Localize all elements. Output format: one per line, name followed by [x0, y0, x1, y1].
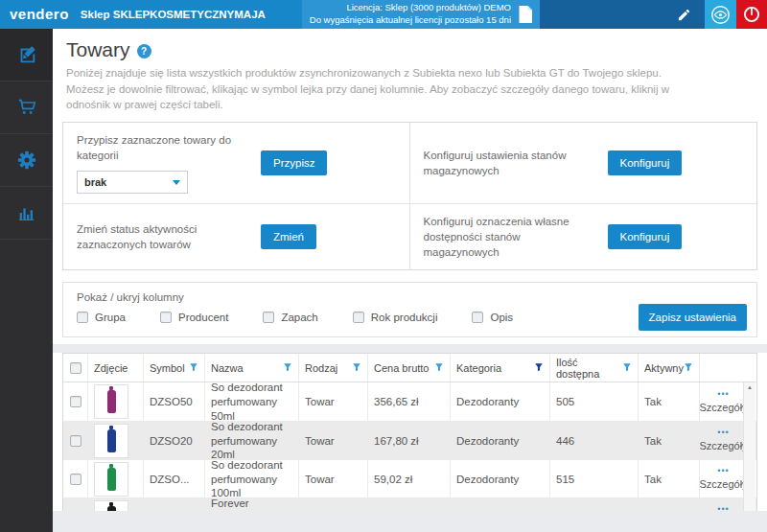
stock-settings-label: Konfiguruj ustawienia stanów magazynowyc… — [424, 148, 594, 178]
cell-category: Dezodoranty — [451, 422, 550, 459]
row-checkbox[interactable] — [70, 396, 81, 407]
column-toggle-grupa[interactable]: Grupa — [77, 312, 126, 323]
checkbox-grupa[interactable] — [77, 312, 88, 323]
header-rodzaj: Rodzaj — [299, 354, 368, 382]
filter-funnel-icon[interactable] — [283, 362, 292, 374]
checkbox-opis[interactable] — [472, 312, 483, 323]
checkbox-producent[interactable] — [160, 312, 172, 323]
header-cena-brutto: Cena brutto — [368, 354, 451, 382]
assign-button[interactable]: Przypisz — [261, 150, 327, 175]
table-row: DZSO50 So dezodorant perfumowany 50ml To… — [63, 382, 756, 421]
checkbox-label: Producent — [178, 312, 228, 323]
header-actions — [700, 354, 756, 382]
document-icon[interactable] — [518, 6, 532, 23]
checkbox-zapach[interactable] — [263, 312, 274, 323]
cell-name: So dezodorant perfumowany 50ml — [205, 382, 299, 421]
vendero-logo[interactable]: vendero — [0, 0, 81, 29]
gear-icon — [16, 150, 37, 171]
sidebar-item-statistics[interactable] — [0, 187, 53, 240]
cell-name: So dezodorant perfumowany 20ml — [205, 422, 299, 459]
availability-configure-button[interactable]: Konfiguruj — [608, 224, 683, 249]
cell-type: Towar — [299, 382, 368, 421]
header-label: Ilość dostępna — [556, 357, 622, 380]
header-symbol: Symbol — [144, 354, 205, 382]
checkbox-label: Grupa — [95, 312, 126, 323]
bar-chart-icon — [16, 202, 37, 223]
category-select[interactable]: brak — [77, 171, 188, 194]
columns-panel: Pokaż / ukryj kolumny Grupa Producent Za… — [62, 282, 757, 337]
more-options-button[interactable]: ••• — [717, 467, 729, 475]
cell-stock: 446 — [550, 422, 639, 459]
sidebar-item-orders[interactable] — [0, 81, 53, 134]
status-change-button[interactable]: Zmień — [261, 224, 316, 249]
header-nazwa: Nazwa — [205, 354, 299, 382]
cell-active: Tak — [639, 422, 700, 459]
table-scrollbar[interactable]: ▲ ▼ — [743, 382, 755, 532]
stock-settings-section: Konfiguruj ustawienia stanów magazynowyc… — [410, 123, 757, 204]
column-toggle-opis[interactable]: Opis — [472, 312, 513, 323]
checkbox-rok-produkcji[interactable] — [353, 312, 364, 323]
cell-stock: 515 — [550, 460, 639, 497]
more-options-button[interactable]: ••• — [717, 390, 729, 399]
select-all-checkbox[interactable] — [70, 362, 81, 374]
edit-pencil-icon[interactable] — [677, 8, 691, 22]
cart-icon — [16, 97, 37, 118]
header-label: Aktywny — [644, 362, 684, 374]
sidebar-item-products[interactable] — [0, 29, 53, 81]
details-link[interactable]: Szczegóły — [700, 401, 748, 414]
details-link[interactable]: Szczegóły — [700, 439, 748, 452]
product-image — [94, 384, 128, 419]
availability-label: Konfiguruj oznaczenia własne dostępności… — [424, 214, 594, 260]
table-body: DZSO50 So dezodorant perfumowany 50ml To… — [63, 382, 756, 532]
sidebar-item-settings[interactable] — [0, 134, 53, 187]
row-checkbox[interactable] — [70, 435, 81, 447]
stock-configure-button[interactable]: Konfiguruj — [608, 150, 683, 175]
checkbox-label: Zapach — [281, 312, 317, 323]
more-options-button[interactable]: ••• — [717, 428, 729, 437]
bottle-shape — [107, 390, 116, 413]
filter-funnel-icon[interactable] — [434, 362, 444, 374]
header-label: Rodzaj — [305, 362, 337, 374]
filter-funnel-icon[interactable] — [684, 362, 693, 374]
license-line2: Do wygaśnięcia aktualnej licencji pozost… — [310, 14, 511, 27]
page-description: Poniżej znajduje się lista wszystkich pr… — [66, 65, 691, 113]
cell-type: Towar — [299, 460, 368, 497]
column-toggle-zapach[interactable]: Zapach — [263, 312, 317, 323]
header-label: Zdjęcie — [94, 362, 128, 374]
section-divider — [53, 344, 767, 353]
sidebar-nav — [0, 29, 53, 532]
row-checkbox[interactable] — [70, 474, 81, 485]
products-table: Zdjęcie Symbol Nazwa Rodzaj Cena brutto … — [62, 353, 757, 532]
table-row: DZSO... So dezodorant perfumowany 100ml … — [63, 459, 756, 497]
cell-price: 167,80 zł — [368, 422, 451, 459]
filter-funnel-icon[interactable] — [189, 362, 198, 374]
category-select-value: brak — [84, 176, 106, 188]
header-label: Cena brutto — [374, 362, 429, 374]
status-change-section: Zmień status aktywności zaznaczonych tow… — [63, 204, 410, 269]
filter-funnel-icon[interactable] — [352, 362, 361, 374]
header-label: Kategoria — [456, 362, 501, 374]
page-title: Towary — [66, 38, 130, 61]
help-icon[interactable]: ? — [137, 44, 151, 58]
status-change-label: Zmień status aktywności zaznaczonych tow… — [77, 221, 247, 252]
cell-stock: 505 — [550, 382, 639, 421]
filter-funnel-icon[interactable] — [622, 362, 632, 374]
filter-funnel-icon-active[interactable] — [534, 362, 544, 374]
details-link[interactable]: Szczegóły — [700, 477, 748, 491]
scroll-up-icon[interactable]: ▲ — [744, 384, 755, 390]
cell-category: Dezodoranty — [451, 382, 550, 421]
column-toggle-producent[interactable]: Producent — [160, 312, 228, 323]
save-settings-button[interactable]: Zapisz ustawienia — [639, 304, 747, 331]
edit-document-icon — [16, 44, 37, 65]
columns-panel-title: Pokaż / ukryj kolumny — [77, 291, 743, 303]
availability-section: Konfiguruj oznaczenia własne dostępności… — [410, 204, 757, 269]
header-kategoria: Kategoria — [451, 354, 550, 382]
license-text: Licencja: Sklep (3000 produktów) DEMO Do… — [310, 2, 511, 27]
cell-symbol: DZSO... — [144, 460, 205, 497]
logout-button[interactable] — [736, 0, 767, 29]
table-header-row: Zdjęcie Symbol Nazwa Rodzaj Cena brutto … — [63, 354, 756, 382]
preview-shop-button[interactable] — [705, 0, 736, 29]
power-icon — [742, 5, 761, 24]
column-toggle-rok-produkcji[interactable]: Rok produkcji — [353, 312, 438, 323]
checkbox-label: Rok produkcji — [371, 312, 438, 323]
